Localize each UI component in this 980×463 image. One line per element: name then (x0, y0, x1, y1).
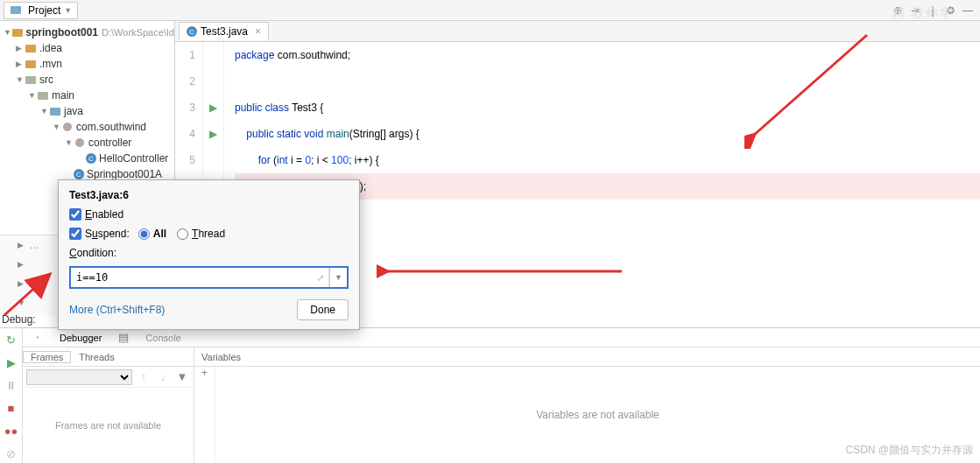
all-label: All (153, 228, 166, 240)
close-icon[interactable]: × (255, 25, 261, 38)
chevron-down-icon[interactable]: ▼ (329, 268, 347, 287)
console-icon: ▤ (116, 330, 131, 346)
chevron-down-icon: ▼ (64, 6, 72, 15)
tree-item[interactable]: ... (30, 239, 39, 251)
console-tab[interactable]: Console (145, 333, 180, 343)
folder-icon (25, 45, 36, 53)
suspend-label: Suspend: (85, 228, 130, 240)
project-dropdown[interactable]: Project ▼ (4, 2, 78, 19)
editor-tab[interactable]: C Test3.java × (179, 22, 269, 40)
watermark: CSDN @颜值与实力并存源 (845, 443, 973, 458)
condition-input[interactable] (71, 268, 312, 287)
rerun-icon[interactable]: ↻ (4, 332, 19, 347)
tree-item[interactable]: com.southwind (76, 121, 146, 133)
suspend-all-radio[interactable] (138, 228, 150, 240)
breakpoints-icon[interactable]: ●● (4, 423, 19, 438)
filter-icon[interactable]: ▼ (174, 369, 190, 385)
folder-icon (38, 92, 48, 100)
folder-icon (50, 108, 60, 116)
frames-empty: Frames are not available (23, 388, 194, 463)
thread-label: Thread (192, 228, 225, 240)
threads-tab[interactable]: Threads (71, 351, 122, 363)
debugger-tab[interactable]: Debugger (60, 333, 102, 343)
tab-label: Test3.java (201, 25, 248, 38)
tree-root[interactable]: springboot001 (25, 26, 98, 39)
package-icon (75, 138, 84, 147)
package-icon (63, 123, 72, 131)
prev-frame-icon[interactable]: ↑ (136, 369, 152, 385)
suspend-thread-radio[interactable] (177, 228, 188, 240)
condition-field[interactable]: ⤢ ▼ (69, 266, 349, 289)
project-icon (11, 6, 21, 14)
frames-tab[interactable]: Frames (23, 351, 71, 363)
popup-title: Test3.java:6 (69, 189, 349, 201)
class-icon: C (86, 153, 96, 164)
suspend-checkbox[interactable] (69, 228, 81, 240)
next-frame-icon[interactable]: ↓ (155, 369, 171, 385)
folder-icon (25, 60, 36, 68)
enabled-checkbox[interactable] (69, 208, 81, 221)
run-icon[interactable]: ▶ (203, 95, 223, 121)
tree-item[interactable]: src (39, 74, 53, 86)
tree-item[interactable]: controller (88, 137, 131, 149)
variables-header: Variables (194, 347, 980, 367)
thread-select[interactable] (26, 369, 132, 385)
resume-icon[interactable]: ▶ (4, 354, 19, 370)
hide-icon[interactable]: — (959, 2, 976, 19)
folder-icon (25, 76, 36, 84)
breakpoint-popup: Test3.java:6 Enabled Suspend: All Thread… (58, 179, 360, 330)
module-icon (12, 29, 23, 37)
class-icon: C (187, 26, 197, 37)
tree-item[interactable]: main (52, 89, 74, 102)
enabled-label: Enabled (85, 208, 123, 221)
tree-item[interactable]: java (64, 105, 83, 117)
stop-icon[interactable]: ■ (4, 400, 19, 416)
run-icon[interactable]: ▶ (203, 121, 223, 147)
more-link[interactable]: More (Ctrl+Shift+F8) (69, 304, 165, 316)
tree-item[interactable]: .mvn (39, 58, 62, 70)
class-icon: C (74, 169, 84, 179)
project-label: Project (28, 4, 60, 17)
add-watch-icon[interactable]: + (194, 367, 215, 386)
pause-icon[interactable]: ⏸ (4, 377, 19, 393)
tree-item[interactable]: HelloController (99, 152, 168, 165)
done-button[interactable]: Done (297, 299, 349, 320)
tree-item[interactable]: Springboot001A (87, 168, 162, 180)
debug-label: Debug: (2, 313, 36, 326)
watermark-top: 精 教你学 (892, 5, 954, 21)
expand-icon[interactable]: ⤢ (312, 268, 329, 287)
debug-controls: ↻ ▶ ⏸ ■ ●● ⊘ (0, 328, 23, 463)
tree-path: D:\WorkSpace\Id (102, 27, 174, 38)
debugger-icon: ⬞ (30, 330, 46, 346)
tree-item[interactable]: .idea (39, 42, 62, 54)
mute-icon[interactable]: ⊘ (4, 445, 19, 461)
condition-label: Condition: (69, 247, 116, 259)
